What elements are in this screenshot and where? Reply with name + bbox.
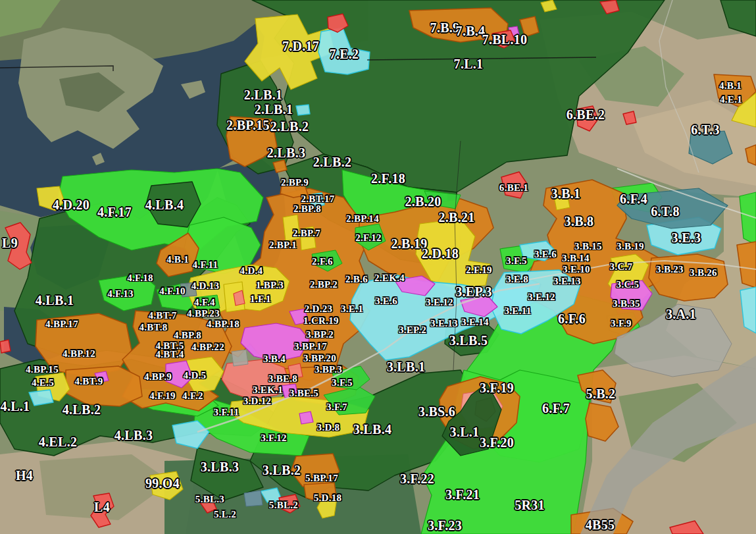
zone-label[interactable]: 2.F.6 — [312, 257, 333, 267]
zone-label[interactable]: 2.LB.2 — [313, 155, 351, 169]
zone-label[interactable]: 4.BP.9 — [144, 372, 172, 382]
zone-label[interactable]: 5.L.2 — [214, 510, 236, 520]
zone-label[interactable]: 3.E.13 — [430, 319, 458, 329]
zone-label[interactable]: 6.F.4 — [620, 192, 647, 205]
zone-label[interactable]: 6.T.8 — [651, 205, 679, 218]
zone-label[interactable]: 4.F.13 — [107, 289, 134, 299]
zone-label[interactable]: 3.B.23 — [656, 265, 684, 275]
zone-label[interactable]: 3.B.4 — [263, 354, 286, 364]
zone-label[interactable]: 4.EL.2 — [39, 435, 77, 448]
zone-label[interactable]: 4.LB.1 — [36, 294, 74, 307]
zone-label[interactable]: 4.BP.17 — [45, 319, 78, 329]
zone-label[interactable]: 4.B.1 — [166, 255, 189, 265]
zone-label[interactable]: 4.BT.4 — [155, 350, 184, 360]
zone-label[interactable]: 6.F.7 — [542, 402, 570, 415]
zone-label[interactable]: 3.LB.3 — [201, 460, 239, 473]
zone-label[interactable]: 4.BT.8 — [139, 323, 167, 333]
zone-label[interactable]: 7.L.1 — [454, 57, 484, 70]
zone-label[interactable]: 3.E.8 — [506, 275, 528, 284]
zone-label[interactable]: 3.E.3 — [672, 231, 701, 244]
zone-label[interactable]: 3.C.5 — [617, 280, 640, 290]
zone-label[interactable]: 5.BP.17 — [305, 473, 338, 483]
zone-label[interactable]: 2.D.23 — [305, 304, 333, 314]
zone-label[interactable]: 4.F.2 — [182, 391, 203, 401]
zone-label[interactable]: 4.D.20 — [53, 198, 89, 211]
zone-label[interactable]: 3.E.6 — [375, 296, 397, 306]
zone-label[interactable]: 3.E.6 — [534, 250, 557, 259]
zone-label[interactable]: 3.BE.8 — [268, 374, 297, 384]
zone-label[interactable]: 4.D.13 — [191, 281, 220, 291]
zone-label[interactable]: 4.D.5 — [184, 371, 207, 381]
zone-label[interactable]: 7.BL.10 — [482, 33, 528, 46]
zone-label[interactable]: 4.BP.23 — [187, 309, 220, 319]
zone-label[interactable]: 7.E.2 — [330, 47, 359, 61]
zone-label[interactable]: 6.BE.1 — [499, 183, 528, 193]
zone-label[interactable]: 3.F.5 — [332, 378, 353, 388]
zone-label[interactable]: 3.LB.2 — [263, 464, 301, 477]
zone-label[interactable]: 3.EK.1 — [253, 385, 283, 395]
zone-label[interactable]: 1.BP.3 — [256, 280, 284, 290]
zone-label[interactable]: 4.F.19 — [149, 391, 176, 401]
zone-label[interactable]: 5.B.2 — [586, 387, 616, 400]
zone-label[interactable]: 3.F.5 — [506, 256, 527, 266]
zone-label[interactable]: 4.E.5 — [32, 378, 54, 388]
zone-label[interactable]: 3.B.19 — [617, 242, 644, 252]
zone-label[interactable]: 4.LB.4 — [145, 198, 184, 211]
zone-label[interactable]: 2.LB.2 — [270, 120, 309, 133]
zone-label[interactable]: 3.E.11 — [505, 306, 532, 316]
zone-label[interactable]: 3.B.35 — [613, 299, 640, 309]
zone-label[interactable]: 4.F.10 — [159, 286, 186, 296]
zone-label[interactable]: 3.F.23 — [428, 519, 462, 532]
zone-label[interactable]: 4.D.4 — [240, 266, 263, 276]
zone-label[interactable]: 3.A.1 — [666, 307, 696, 321]
zone-label[interactable]: 2.B.21 — [438, 211, 474, 224]
zone-label[interactable]: 3.D.8 — [317, 423, 340, 433]
zone-label[interactable]: 99.O4 — [145, 477, 180, 490]
zone-label[interactable]: 4.F.11 — [193, 260, 218, 270]
zone-label[interactable]: 4.BP.15 — [26, 365, 59, 375]
zone-label[interactable]: 3.BP.2 — [306, 330, 334, 340]
zone-label[interactable]: 3.E.10 — [563, 265, 590, 275]
zone-label[interactable]: 2.EK.4 — [374, 273, 405, 283]
zone-label[interactable]: 2.B.6 — [345, 275, 368, 284]
zone-label[interactable]: 6.F.6 — [558, 312, 586, 325]
zone-label[interactable]: 2.BP.14 — [346, 214, 379, 224]
zone-label[interactable]: 3.B.1 — [551, 187, 581, 200]
zone-label[interactable]: 2.LB.1 — [255, 103, 293, 116]
zone-label[interactable]: 2.BP.2 — [310, 280, 338, 290]
zone-label[interactable]: 3.BP.20 — [303, 354, 336, 363]
zone-label[interactable]: 3.F.11 — [214, 408, 239, 417]
zone-label[interactable]: 4.BT.9 — [74, 377, 103, 387]
zone-label[interactable]: 2.F.18 — [371, 172, 405, 185]
zone-label[interactable]: 2.BP.8 — [293, 204, 321, 214]
zone-label[interactable]: 1.CR.19 — [303, 316, 339, 326]
zone-label[interactable]: 6.T.3 — [691, 123, 719, 136]
zone-label[interactable]: 3.D.12 — [243, 396, 272, 406]
zone-label[interactable]: 3.LB.4 — [353, 423, 391, 436]
zone-label[interactable]: 7.D.17 — [282, 40, 319, 53]
zone-label[interactable]: 4.LB.2 — [63, 403, 101, 416]
zone-label[interactable]: 4.LB.3 — [114, 429, 153, 442]
zone-label[interactable]: 2.F.12 — [355, 233, 382, 243]
zone-label[interactable]: 5.D.18 — [314, 493, 342, 503]
zone-label[interactable]: 2.BT.17 — [301, 194, 335, 204]
zone-label[interactable]: 2.LB.1 — [244, 88, 282, 101]
zone-label[interactable]: 4.F.4 — [194, 298, 215, 307]
zone-label[interactable]: 3.LB.1 — [387, 360, 425, 373]
zone-label[interactable]: 4.BP.18 — [207, 319, 239, 329]
zone-label[interactable]: 4.BP.8 — [174, 331, 201, 340]
zone-label[interactable]: 3.BP.3 — [315, 365, 342, 375]
zone-label[interactable]: 4B55 — [586, 518, 615, 531]
zone-label[interactable]: 4.E.1 — [720, 95, 742, 105]
zone-label[interactable]: 4.F.18 — [127, 273, 153, 283]
zone-label[interactable]: 3.E.14 — [461, 317, 489, 327]
zone-label[interactable]: 3.F.22 — [400, 472, 434, 485]
zone-label[interactable]: 4.F.17 — [97, 205, 132, 219]
zone-label[interactable]: L9 — [2, 236, 18, 250]
zone-label[interactable]: 3.EP.3 — [455, 285, 492, 298]
zone-label[interactable]: L4 — [94, 500, 110, 514]
zone-label[interactable]: 4.L.1 — [1, 400, 30, 413]
zone-label[interactable]: 5R31 — [515, 498, 545, 512]
zone-label[interactable]: 3.E.1 — [341, 304, 363, 314]
zone-label[interactable]: 3.B.14 — [562, 254, 590, 263]
